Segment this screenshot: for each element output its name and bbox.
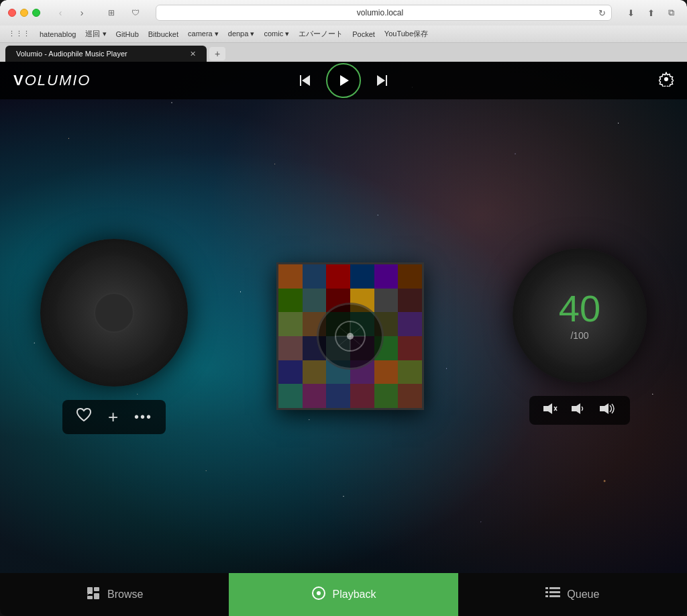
title-bar: ‹ › ⊞ 🛡 volumio.local ↻ ⬇ ⬆ ⧉ (0, 0, 687, 25)
svg-rect-27 (549, 591, 560, 593)
tab-title: Volumio - Audiophile Music Player (16, 50, 127, 58)
svg-rect-24 (545, 587, 548, 589)
download-icon[interactable]: ⬇ (623, 6, 639, 19)
volume-up-button[interactable] (599, 403, 617, 418)
maximize-button[interactable] (32, 9, 40, 17)
playback-icon (311, 586, 326, 604)
volume-value: 40 (559, 290, 600, 327)
minimize-button[interactable] (20, 9, 28, 17)
svg-point-23 (317, 591, 321, 595)
mute-button[interactable] (543, 403, 558, 418)
forward-button[interactable]: › (72, 6, 91, 19)
vinyl-center (94, 293, 134, 333)
bookmark-apps: ⋮⋮⋮ (8, 30, 30, 38)
bookmark-github[interactable]: GitHub (116, 30, 139, 38)
tab-close-icon[interactable]: ✕ (190, 50, 196, 58)
svg-rect-25 (549, 587, 560, 589)
svg-rect-29 (549, 595, 560, 597)
browse-label: Browse (107, 588, 143, 601)
bookmark-junkai[interactable]: 巡回 ▾ (85, 29, 106, 39)
svg-rect-26 (545, 591, 548, 593)
queue-label: Queue (567, 588, 599, 601)
next-button[interactable] (374, 73, 389, 88)
center-panel (276, 262, 424, 410)
pocket-button[interactable]: 🛡 (126, 6, 145, 19)
bookmark-hatenablog[interactable]: hatenablog (40, 30, 76, 38)
browser-right-icons: ⬇ ⬆ ⧉ (623, 6, 679, 19)
play-button[interactable] (326, 63, 361, 98)
sidebar-toggle-button[interactable]: ⊞ (102, 6, 121, 19)
vinyl-disc (40, 239, 188, 387)
queue-icon (545, 587, 560, 603)
svg-rect-28 (545, 595, 548, 597)
album-art (276, 262, 424, 410)
like-button[interactable] (76, 407, 92, 426)
bookmarks-bar: ⋮⋮⋮ hatenablog 巡回 ▾ GitHub Bitbucket cam… (0, 25, 687, 43)
svg-marker-16 (572, 403, 580, 414)
bookmark-camera[interactable]: camera ▾ (188, 30, 219, 38)
logo-rest: OLUMIO (25, 72, 91, 89)
svg-marker-13 (543, 403, 552, 414)
action-buttons: + ••• (62, 400, 166, 434)
close-button[interactable] (8, 9, 16, 17)
browse-nav-button[interactable]: Browse (0, 573, 229, 616)
right-panel: 40 /100 (513, 248, 647, 425)
prev-button[interactable] (298, 73, 313, 88)
queue-nav-button[interactable]: Queue (458, 573, 687, 616)
volume-down-button[interactable] (571, 403, 586, 418)
active-tab[interactable]: Volumio - Audiophile Music Player ✕ (5, 46, 207, 62)
album-overlay (278, 264, 422, 408)
volume-knob[interactable]: 40 /100 (513, 248, 647, 382)
left-panel: + ••• (40, 239, 188, 434)
album-circle (317, 303, 384, 370)
more-options-button[interactable]: ••• (134, 409, 152, 425)
volume-controls (529, 396, 630, 425)
volume-max-label: /100 (570, 330, 588, 341)
share-icon[interactable]: ⬆ (643, 6, 659, 19)
svg-rect-20 (87, 596, 93, 599)
back-button[interactable]: ‹ (51, 6, 70, 19)
app-header: VOLUMIO (0, 62, 687, 99)
bookmark-bitbucket[interactable]: Bitbucket (148, 30, 178, 38)
svg-rect-19 (94, 587, 99, 591)
playback-label: Playback (333, 588, 376, 601)
svg-marker-17 (600, 403, 609, 414)
nav-buttons: ‹ › (51, 6, 91, 19)
svg-point-6 (665, 77, 668, 81)
svg-marker-2 (340, 75, 349, 86)
bookmark-evernote[interactable]: エパーノート (299, 29, 343, 39)
svg-rect-21 (94, 593, 99, 599)
app-container: VOLUMIO (0, 62, 687, 573)
svg-marker-1 (302, 75, 310, 86)
browser-window: ‹ › ⊞ 🛡 volumio.local ↻ ⬇ ⬆ ⧉ ⋮⋮⋮ hatena… (0, 0, 687, 616)
settings-button[interactable] (659, 72, 674, 90)
traffic-lights (8, 9, 40, 17)
bottom-nav: Browse Playback (0, 573, 687, 616)
svg-marker-3 (377, 75, 385, 86)
new-tab-icon[interactable]: ⧉ (663, 6, 679, 19)
url-text: volumio.local (162, 8, 598, 17)
bookmark-denpa[interactable]: denpa ▾ (228, 30, 255, 38)
logo-v: V (13, 72, 25, 89)
new-tab-button[interactable]: + (209, 47, 225, 60)
address-bar[interactable]: volumio.local ↻ (156, 5, 612, 21)
bookmark-comic[interactable]: comic ▾ (264, 30, 289, 38)
reload-button[interactable]: ↻ (598, 8, 606, 18)
tab-bar: Volumio - Audiophile Music Player ✕ + (0, 43, 687, 62)
main-content: + ••• (0, 99, 687, 573)
playback-nav-button[interactable]: Playback (229, 573, 458, 616)
bookmark-youtube[interactable]: YouTube保存 (384, 29, 428, 39)
player-controls (298, 63, 389, 98)
add-to-queue-button[interactable]: + (108, 407, 118, 427)
bookmark-pocket[interactable]: Pocket (352, 30, 375, 38)
browse-icon (86, 586, 101, 604)
volumio-logo: VOLUMIO (13, 72, 91, 89)
